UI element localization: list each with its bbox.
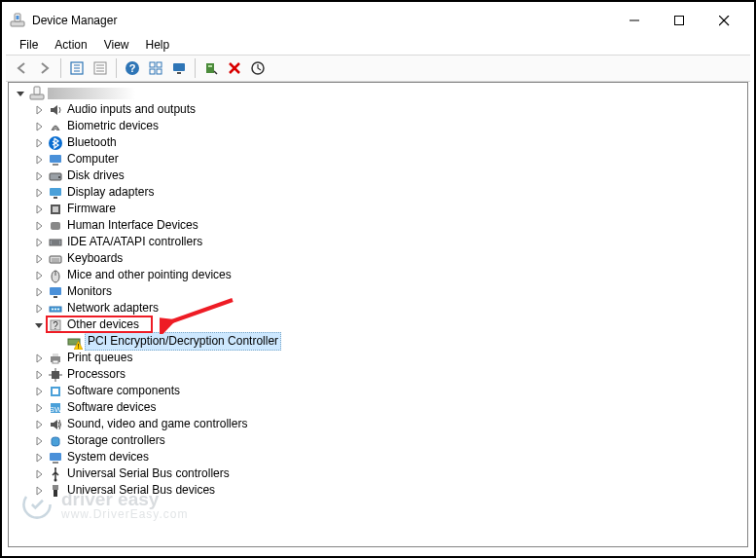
- uninstall-button[interactable]: [223, 56, 246, 80]
- forward-button[interactable]: [33, 56, 56, 80]
- device-category-icon: [48, 235, 63, 250]
- expander-icon[interactable]: [33, 237, 45, 248]
- device-category-icon: [48, 185, 63, 201]
- device-manager-icon: [10, 13, 25, 28]
- tree-item-label: Bluetooth: [66, 134, 120, 151]
- properties-button[interactable]: [89, 56, 112, 80]
- tree-item[interactable]: Computer: [15, 151, 747, 167]
- tree-item[interactable]: Bluetooth: [15, 134, 747, 151]
- menu-action[interactable]: Action: [47, 37, 94, 53]
- tree-item[interactable]: Network adapters: [15, 300, 747, 316]
- expander-icon[interactable]: [33, 402, 45, 414]
- menu-help[interactable]: Help: [138, 37, 178, 53]
- tree-item[interactable]: Audio inputs and outputs: [15, 101, 747, 118]
- tree-item-label: Disk drives: [66, 167, 127, 184]
- tree-item[interactable]: Disk drives: [15, 167, 747, 184]
- expander-icon[interactable]: [33, 303, 45, 315]
- titlebar: Device Manager: [6, 6, 750, 35]
- tree-item[interactable]: Firmware: [15, 201, 747, 217]
- tree-child-item[interactable]: !PCI Encryption/Decryption Controller: [15, 333, 747, 350]
- tree-item[interactable]: Keyboards: [15, 250, 747, 267]
- device-category-icon: [48, 268, 63, 283]
- svg-rect-36: [54, 197, 57, 199]
- minimize-button[interactable]: [612, 6, 657, 35]
- svg-text:!: !: [77, 343, 79, 350]
- tree-item[interactable]: Processors: [15, 366, 747, 383]
- expander-icon[interactable]: [33, 187, 45, 199]
- expander-icon[interactable]: [33, 154, 45, 166]
- tree-item-label: Network adapters: [66, 300, 162, 316]
- expander-icon[interactable]: [15, 88, 26, 99]
- svg-rect-74: [53, 485, 58, 490]
- maximize-button[interactable]: [657, 6, 702, 35]
- expander-icon[interactable]: [33, 104, 45, 116]
- expander-icon[interactable]: [33, 386, 45, 397]
- window-title: Device Manager: [32, 14, 117, 27]
- tree-item[interactable]: Human Interface Devices: [15, 217, 747, 234]
- expander-icon[interactable]: [33, 220, 45, 232]
- expander-icon[interactable]: [33, 204, 45, 215]
- menu-view[interactable]: View: [96, 37, 137, 53]
- device-category-icon: [48, 251, 63, 267]
- expander-icon[interactable]: [33, 369, 45, 381]
- expander-icon[interactable]: [33, 286, 45, 298]
- update-driver-button[interactable]: [246, 56, 270, 80]
- expander-icon[interactable]: [33, 435, 45, 447]
- tiles-button[interactable]: [144, 56, 167, 80]
- tree-item[interactable]: Sound, video and game controllers: [15, 416, 747, 432]
- tree-item[interactable]: Mice and other pointing devices: [15, 267, 747, 283]
- device-icon: !: [66, 334, 82, 350]
- svg-rect-35: [50, 188, 61, 196]
- back-button[interactable]: [10, 56, 33, 80]
- menubar: File Action View Help: [6, 35, 750, 55]
- svg-point-34: [58, 176, 60, 178]
- svg-text:SW: SW: [50, 405, 62, 414]
- tree-item[interactable]: System devices: [15, 449, 747, 465]
- svg-rect-67: [53, 389, 58, 394]
- tree-item[interactable]: Biometric devices: [15, 118, 747, 134]
- expander-icon[interactable]: [33, 270, 45, 281]
- tree-item[interactable]: Display adapters: [15, 184, 747, 201]
- device-tree[interactable]: Audio inputs and outputsBiometric device…: [8, 82, 748, 547]
- tree-item-label: Monitors: [66, 283, 115, 300]
- scan-hardware-button[interactable]: [199, 56, 223, 80]
- close-button[interactable]: [702, 6, 746, 35]
- expander-icon[interactable]: [33, 170, 45, 182]
- display-button[interactable]: [167, 56, 191, 80]
- svg-rect-19: [150, 69, 155, 74]
- tree-item[interactable]: Monitors: [15, 283, 747, 300]
- expander-icon[interactable]: [33, 452, 45, 464]
- help-button[interactable]: ?: [121, 56, 144, 80]
- tree-item[interactable]: Storage controllers: [15, 432, 747, 449]
- expander-icon[interactable]: [33, 253, 45, 265]
- expander-icon[interactable]: [33, 419, 45, 430]
- expander-icon[interactable]: [33, 485, 45, 497]
- expander-icon[interactable]: [33, 121, 45, 132]
- expander-icon[interactable]: [33, 353, 45, 364]
- tree-root[interactable]: [15, 85, 747, 101]
- device-category-icon: [48, 301, 63, 316]
- tree-item-label: Sound, video and game controllers: [66, 416, 250, 432]
- svg-rect-4: [675, 17, 684, 25]
- expander-icon[interactable]: [33, 319, 45, 331]
- device-category-icon: [48, 483, 63, 499]
- show-hidden-button[interactable]: [65, 56, 89, 80]
- svg-rect-23: [206, 63, 214, 73]
- menu-file[interactable]: File: [12, 37, 46, 53]
- device-category-icon: SW: [48, 400, 63, 416]
- svg-point-51: [52, 308, 54, 310]
- tree-item[interactable]: Universal Serial Bus controllers: [15, 465, 747, 482]
- tree-item[interactable]: SWSoftware devices: [15, 399, 747, 416]
- tree-item[interactable]: IDE ATA/ATAPI controllers: [15, 234, 747, 250]
- tree-item-label: Computer: [66, 151, 122, 167]
- tree-item[interactable]: Print queues: [15, 350, 747, 366]
- expander-icon[interactable]: [33, 468, 45, 480]
- tree-item-label: Software components: [66, 383, 183, 399]
- tree-item[interactable]: Universal Serial Bus devices: [15, 482, 747, 499]
- svg-text:?: ?: [129, 62, 136, 74]
- tree-item[interactable]: Software components: [15, 383, 747, 399]
- expander-icon[interactable]: [33, 137, 45, 149]
- svg-rect-49: [54, 296, 57, 298]
- separator: [116, 58, 117, 78]
- device-category-icon: [48, 466, 63, 482]
